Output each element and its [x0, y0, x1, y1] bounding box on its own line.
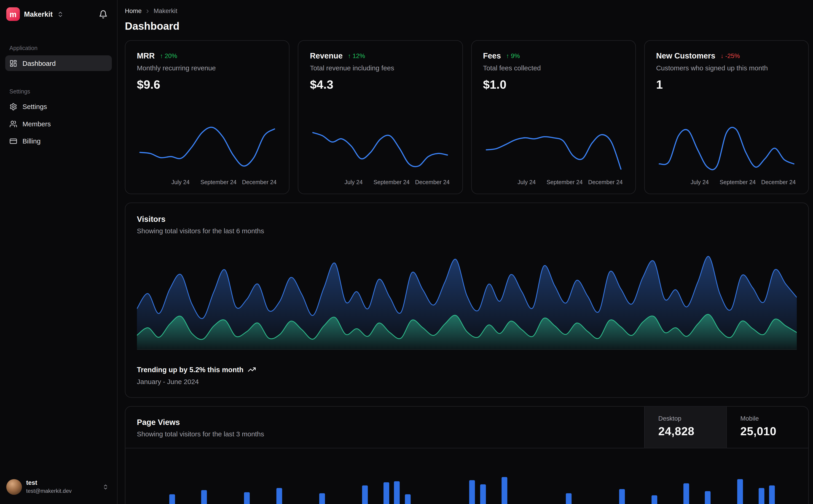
toggle-mobile[interactable]: Mobile 25,010	[726, 407, 808, 448]
trend-up-icon: ↑	[506, 52, 509, 59]
sidebar-item-label: Settings	[22, 103, 47, 110]
stat-card-new-customers: New Customers ↓-25% Customers who signed…	[644, 40, 809, 194]
x-tick: July 24	[691, 179, 709, 185]
stat-card-mrr: MRR ↑20% Monthly recurring revenue $9.6 …	[125, 40, 290, 194]
section-label-settings: Settings	[5, 88, 112, 94]
bar	[501, 477, 507, 504]
stat-subtitle: Total fees collected	[483, 64, 624, 72]
visitors-trend-text: Trending up by 5.2% this month	[137, 366, 244, 373]
x-tick: December 24	[761, 179, 796, 185]
stat-title: New Customers	[656, 51, 715, 60]
trend-badge: ↑20%	[160, 52, 177, 59]
bar	[759, 488, 764, 504]
section-label-application: Application	[5, 45, 112, 51]
bar	[769, 486, 775, 504]
gear-icon	[9, 103, 17, 110]
user-menu[interactable]: test test@makerkit.dev	[5, 476, 112, 498]
workspace-name: Makerkit	[24, 10, 53, 18]
breadcrumb: Home Makerkit	[125, 7, 809, 15]
sparkline-chart: July 24 September 24 December 24	[310, 118, 450, 187]
bar	[394, 481, 400, 504]
user-email: test@makerkit.dev	[26, 488, 72, 495]
stat-value: $4.3	[310, 78, 450, 92]
workspace-selector[interactable]: m Makerkit	[5, 6, 112, 22]
bar	[737, 479, 743, 504]
toggle-value: 25,010	[740, 425, 795, 438]
sidebar-item-billing[interactable]: Billing	[5, 133, 112, 149]
sidebar-item-label: Dashboard	[22, 59, 56, 67]
breadcrumb-current: Makerkit	[154, 7, 177, 15]
app-root: m Makerkit Application Dashboard Setting…	[0, 0, 813, 504]
toggle-desktop[interactable]: Desktop 24,828	[644, 407, 726, 448]
sparkline-chart: July 24 September 24 December 24	[483, 118, 624, 187]
bar	[362, 486, 368, 504]
bar	[684, 483, 689, 504]
page-views-title: Page Views	[137, 418, 633, 427]
bar	[319, 493, 325, 504]
visitors-area-chart	[137, 249, 797, 350]
stats-grid: MRR ↑20% Monthly recurring revenue $9.6 …	[125, 40, 809, 194]
toggle-label: Desktop	[659, 415, 713, 422]
x-tick: September 24	[546, 179, 583, 185]
sidebar-item-dashboard[interactable]: Dashboard	[5, 55, 112, 71]
stat-card-revenue: Revenue ↑12% Total revenue including fee…	[298, 40, 463, 194]
stat-subtitle: Customers who signed up this month	[656, 64, 797, 72]
dashboard-grid-icon	[9, 59, 17, 67]
sidebar-item-settings[interactable]: Settings	[5, 99, 112, 114]
users-icon	[9, 120, 17, 127]
bar	[565, 493, 571, 504]
page-views-subtitle: Showing total visitors for the last 3 mo…	[137, 430, 633, 438]
user-name: test	[26, 479, 72, 488]
bar	[169, 494, 175, 504]
page-views-header: Page Views Showing total visitors for th…	[125, 407, 808, 448]
visitors-footer: Trending up by 5.2% this month January -…	[137, 365, 797, 386]
stat-title: MRR	[137, 51, 155, 60]
bar	[651, 495, 657, 504]
visitors-card: Visitors Showing total visitors for the …	[125, 202, 809, 398]
toggle-label: Mobile	[740, 415, 795, 422]
trend-badge: ↓-25%	[721, 52, 740, 59]
trend-down-icon: ↓	[721, 52, 724, 59]
x-tick: December 24	[588, 179, 623, 185]
stat-title: Revenue	[310, 51, 343, 60]
sidebar-item-label: Members	[22, 120, 51, 127]
bar	[480, 485, 485, 504]
x-tick: September 24	[720, 179, 756, 185]
stat-card-fees: Fees ↑9% Total fees collected $1.0 July …	[471, 40, 636, 194]
stat-value: $1.0	[483, 78, 624, 92]
visitors-subtitle: Showing total visitors for the last 6 mo…	[137, 227, 797, 235]
breadcrumb-home-link[interactable]: Home	[125, 7, 141, 15]
credit-card-icon	[9, 137, 17, 145]
stat-value: 1	[656, 78, 797, 92]
avatar	[6, 479, 22, 495]
app-logo: m	[6, 7, 20, 21]
sparkline-chart: July 24 September 24 December 24	[656, 118, 797, 187]
x-tick: July 24	[344, 179, 363, 185]
chevrons-up-down-icon	[102, 484, 111, 490]
sidebar: m Makerkit Application Dashboard Setting…	[0, 0, 117, 504]
stat-title: Fees	[483, 51, 501, 60]
trend-up-icon: ↑	[160, 52, 163, 59]
bar	[405, 494, 410, 504]
sidebar-item-members[interactable]: Members	[5, 116, 112, 132]
x-tick: July 24	[517, 179, 536, 185]
visitors-title: Visitors	[137, 215, 797, 223]
bar	[384, 483, 389, 504]
sparkline-chart: July 24 September 24 December 24	[137, 118, 278, 187]
page-views-bar-chart	[137, 459, 797, 504]
main-content: Home Makerkit Dashboard MRR ↑20% Monthly…	[117, 0, 813, 504]
page-views-card: Page Views Showing total visitors for th…	[125, 406, 809, 504]
trend-badge: ↑12%	[348, 52, 365, 59]
user-meta: test test@makerkit.dev	[26, 479, 72, 495]
stat-subtitle: Monthly recurring revenue	[137, 64, 278, 72]
bell-icon[interactable]	[99, 10, 111, 19]
x-tick: September 24	[373, 179, 410, 185]
bar	[705, 491, 711, 504]
bar	[276, 488, 282, 504]
bar	[469, 480, 475, 504]
stat-subtitle: Total revenue including fees	[310, 64, 450, 72]
trend-up-icon: ↑	[348, 52, 351, 59]
x-tick: July 24	[171, 179, 189, 185]
bar	[619, 489, 625, 504]
x-tick: September 24	[200, 179, 237, 185]
